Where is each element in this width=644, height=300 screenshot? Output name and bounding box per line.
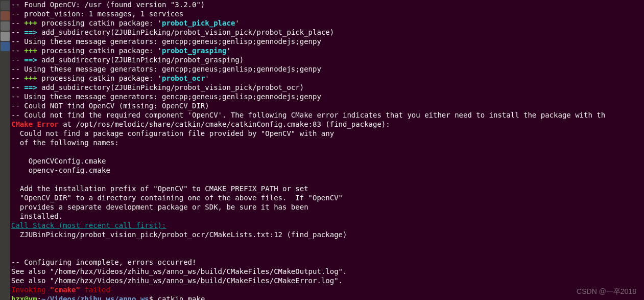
terminal-line: See also "/home/hzx/Videos/zhihu_ws/anno… <box>11 267 643 276</box>
terminal-text: ' <box>205 74 209 82</box>
terminal-text: processing catkin package: ' <box>37 47 162 55</box>
watermark: CSDN @一卒2018 <box>577 287 636 296</box>
terminal-text: -- <box>11 56 24 64</box>
terminal-text: failed <box>80 286 110 294</box>
terminal-text: "cmake" <box>50 286 80 294</box>
terminal-text: add_subdirectory(ZJUBinPicking/probot_gr… <box>37 56 244 64</box>
unity-launcher[interactable] <box>0 0 10 300</box>
terminal-line: Could not find a package configuration f… <box>11 129 643 138</box>
terminal-text: of the following names: <box>11 139 119 147</box>
terminal-line: -- Could not find the required component… <box>11 110 643 120</box>
terminal-line: -- Could NOT find OpenCV (missing: OpenC… <box>11 101 643 110</box>
terminal-line <box>11 175 643 184</box>
terminal-line: Call Stack (most recent call first): <box>11 221 643 230</box>
terminal-line: -- +++ processing catkin package: 'probo… <box>11 74 643 83</box>
terminal-text: at /opt/ros/melodic/share/catkin/cmake/c… <box>59 120 390 128</box>
terminal-line: -- ==> add_subdirectory(ZJUBinPicking/pr… <box>11 55 643 64</box>
terminal-text: Invoking <box>11 286 50 294</box>
terminal-text: opencv-config.cmake <box>11 166 110 174</box>
terminal-line: ZJUBinPicking/probot_vision_pick/probot_… <box>11 230 643 239</box>
terminal-text: -- <box>11 28 24 36</box>
terminal-text: -- Using these message generators: gencp… <box>11 37 321 45</box>
terminal-text: -- <box>11 83 24 91</box>
terminal-text: probot_ocr <box>162 74 205 82</box>
terminal-text: : <box>37 295 41 300</box>
terminal-output[interactable]: -- Found OpenCV: /usr (found version "3.… <box>10 0 644 300</box>
terminal-text: add_subdirectory(ZJUBinPicking/probot_vi… <box>37 83 304 91</box>
terminal-text: ' <box>235 19 239 27</box>
terminal-text: ==> <box>24 28 37 36</box>
terminal-line: installed. <box>11 212 643 221</box>
launcher-icon[interactable] <box>1 32 10 41</box>
terminal-text: ' <box>226 47 230 55</box>
terminal-text: +++ <box>24 74 37 82</box>
terminal-text: probot_grasping <box>162 47 226 55</box>
terminal-line: hzx@vm:~/Videos/zhihu_ws/anno_ws$ catkin… <box>11 294 643 300</box>
terminal-text: ==> <box>24 83 37 91</box>
terminal-text: hzx@vm <box>11 295 37 300</box>
terminal-text: OpenCVConfig.cmake <box>11 157 106 165</box>
terminal-text: -- Using these message generators: gencp… <box>11 93 321 101</box>
terminal-text: -- <box>11 47 24 55</box>
terminal-line: "OpenCV_DIR" to a directory containing o… <box>11 193 643 202</box>
launcher-icon[interactable] <box>1 42 10 51</box>
terminal-text: installed. <box>11 212 63 220</box>
terminal-line: of the following names: <box>11 138 643 147</box>
terminal-text: See also "/home/hzx/Videos/zhihu_ws/anno… <box>11 267 347 275</box>
terminal-line: -- Configuring incomplete, errors occurr… <box>11 258 643 267</box>
terminal-text: "OpenCV_DIR" to a directory containing o… <box>11 194 343 202</box>
terminal-line: Add the installation prefix of "OpenCV" … <box>11 184 643 193</box>
terminal-line <box>11 147 643 156</box>
terminal-line: -- +++ processing catkin package: 'probo… <box>11 46 643 55</box>
terminal-text: See also "/home/hzx/Videos/zhihu_ws/anno… <box>11 276 343 285</box>
launcher-icon[interactable] <box>1 21 10 31</box>
terminal-line: -- Using these message generators: gencp… <box>11 92 643 101</box>
terminal-text: ==> <box>24 56 37 64</box>
terminal-text: -- Configuring incomplete, errors occurr… <box>11 258 196 266</box>
terminal-text: -- <box>11 74 24 82</box>
terminal-text: Add the installation prefix of "OpenCV" … <box>11 184 308 193</box>
terminal-line: -- ==> add_subdirectory(ZJUBinPicking/pr… <box>11 83 643 92</box>
terminal-text: CMake Error <box>11 120 59 128</box>
terminal-text: processing catkin package: ' <box>37 74 162 82</box>
terminal-text: add_subdirectory(ZJUBinPicking/probot_vi… <box>37 28 335 36</box>
terminal-text: probot_pick_place <box>162 19 235 27</box>
terminal-line <box>11 248 643 258</box>
terminal-text: -- <box>11 19 24 27</box>
terminal-line: -- Found OpenCV: /usr (found version "3.… <box>11 0 643 9</box>
terminal-text: -- probot_vision: 1 messages, 1 services <box>11 10 183 18</box>
terminal-text: $ catkin_make <box>149 295 205 300</box>
terminal-line: Invoking "cmake" failed <box>11 285 643 294</box>
terminal-line: -- +++ processing catkin package: 'probo… <box>11 18 643 28</box>
terminal-text: processing catkin package: ' <box>37 19 162 27</box>
terminal-text: -- Could NOT find OpenCV (missing: OpenC… <box>11 102 209 110</box>
terminal-text: -- Using these message generators: gencp… <box>11 65 321 73</box>
terminal-line: opencv-config.cmake <box>11 166 643 175</box>
terminal-line: See also "/home/hzx/Videos/zhihu_ws/anno… <box>11 276 643 285</box>
terminal-line: -- probot_vision: 1 messages, 1 services <box>11 9 643 18</box>
terminal-text: ZJUBinPicking/probot_vision_pick/probot_… <box>11 230 347 239</box>
terminal-line: -- Using these message generators: gencp… <box>11 64 643 74</box>
terminal-line: OpenCVConfig.cmake <box>11 156 643 166</box>
terminal-text: -- Found OpenCV: /usr (found version "3.… <box>11 1 205 9</box>
terminal-line: -- Using these message generators: gencp… <box>11 37 643 46</box>
terminal-text: Call Stack (most recent call first): <box>11 221 166 229</box>
terminal-line: CMake Error at /opt/ros/melodic/share/ca… <box>11 120 643 129</box>
terminal-line: provides a separate development package … <box>11 202 643 212</box>
terminal-line: -- ==> add_subdirectory(ZJUBinPicking/pr… <box>11 28 643 37</box>
terminal-line <box>11 239 643 248</box>
terminal-text: +++ <box>24 47 37 55</box>
terminal-text: ~/Videos/zhihu_ws/anno_ws <box>41 295 149 300</box>
launcher-icon[interactable] <box>1 1 10 10</box>
terminal-text: -- Could not find the required component… <box>11 111 605 119</box>
terminal-text: +++ <box>24 19 37 27</box>
launcher-icon[interactable] <box>1 11 10 20</box>
terminal-text: Could not find a package configuration f… <box>11 129 334 137</box>
terminal-text: provides a separate development package … <box>11 203 308 211</box>
